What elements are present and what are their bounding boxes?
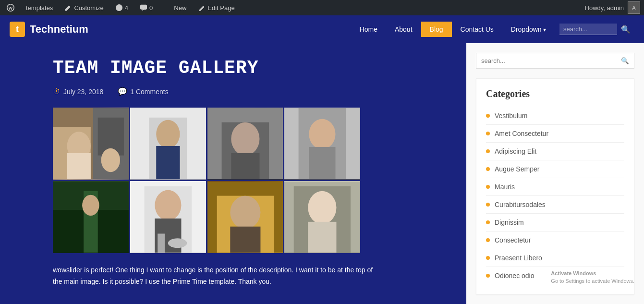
new-link[interactable]: New <box>161 0 189 15</box>
comment-icon: 💬 <box>118 87 127 96</box>
customize-label: Customize <box>74 4 103 12</box>
nav-dropdown[interactable]: Dropdown <box>502 22 555 37</box>
category-label: Consectetur <box>495 236 531 244</box>
comments-link[interactable]: 0 <box>137 0 156 15</box>
gallery-item-7[interactable] <box>207 181 283 253</box>
gallery-item-6[interactable] <box>130 181 206 253</box>
category-dot <box>486 220 490 224</box>
svg-point-35 <box>230 196 260 229</box>
svg-point-21 <box>309 119 336 149</box>
svg-rect-14 <box>156 146 180 179</box>
category-item[interactable]: Consectetur <box>486 231 624 249</box>
category-item[interactable]: Vestibulum <box>486 107 624 125</box>
edit-page-label: Edit Page <box>207 4 234 12</box>
category-item[interactable]: Curabitursodales <box>486 196 624 214</box>
svg-rect-36 <box>230 227 260 253</box>
category-dot <box>486 238 490 242</box>
category-dot <box>486 274 490 278</box>
comments-count: 0 <box>149 4 153 12</box>
category-item[interactable]: Praesent Libero <box>486 249 624 267</box>
categories-title: Categories <box>486 88 624 99</box>
header-search-input[interactable] <box>559 24 617 35</box>
category-item[interactable]: Adipiscing Elit <box>486 143 624 160</box>
gallery-item-1[interactable] <box>53 108 129 180</box>
category-dot <box>486 203 490 207</box>
svg-rect-18 <box>231 153 259 179</box>
post-title: TEAM IMAGE GALLERY <box>53 58 447 78</box>
nav-blog[interactable]: Blog <box>421 22 452 37</box>
gallery-item-8[interactable] <box>284 181 360 253</box>
revisions-link[interactable]: 4 <box>112 0 131 15</box>
svg-text:W: W <box>9 6 13 11</box>
gallery-item-5[interactable] <box>53 181 129 253</box>
site-nav: Home About Blog Contact Us Dropdown 🔍 <box>351 21 634 38</box>
admin-bar: W templates Customize 4 0 New Edit Page … <box>0 0 644 15</box>
customize-link[interactable]: Customize <box>61 0 106 15</box>
category-dot <box>486 149 490 153</box>
category-dot <box>486 114 490 118</box>
site-name: Technetium <box>30 23 88 36</box>
svg-rect-40 <box>308 222 337 253</box>
svg-point-10 <box>101 148 120 172</box>
svg-point-17 <box>231 122 259 156</box>
svg-point-29 <box>155 190 181 220</box>
post-comments: 1 Comments <box>130 88 168 96</box>
new-label: New <box>174 4 186 12</box>
site-logo[interactable]: t Technetium <box>10 22 88 37</box>
nav-contact[interactable]: Contact Us <box>452 22 502 37</box>
clock-icon: ⏱ <box>53 87 61 96</box>
categories-list: Vestibulum Amet Consectetur Adipiscing E… <box>486 107 624 284</box>
post-meta: ⏱ July 23, 2018 💬 1 Comments <box>53 87 447 96</box>
site-header: t Technetium Home About Blog Contact Us … <box>0 15 644 43</box>
category-dot <box>486 185 490 189</box>
gallery-item-3[interactable] <box>207 108 283 180</box>
admin-bar-right: Howdy, admin A <box>585 1 640 14</box>
svg-point-26 <box>82 195 99 216</box>
category-dot <box>486 256 490 260</box>
svg-point-39 <box>308 191 337 224</box>
nav-home[interactable]: Home <box>351 22 386 37</box>
category-dot <box>486 132 490 135</box>
svg-point-32 <box>168 238 187 248</box>
wp-icon-item[interactable]: W <box>4 0 17 15</box>
gallery-item-4[interactable] <box>284 108 360 180</box>
nav-about[interactable]: About <box>386 22 421 37</box>
search-icon[interactable]: 🔍 <box>617 21 634 38</box>
post-date: July 23, 2018 <box>63 88 103 96</box>
svg-rect-22 <box>309 147 336 179</box>
category-item[interactable]: Odionec odio <box>486 267 624 284</box>
categories-section: Categories Vestibulum Amet Consectetur A… <box>476 78 634 294</box>
gallery-item-2[interactable] <box>130 108 206 180</box>
category-item[interactable]: Amet Consectetur <box>486 125 624 143</box>
sidebar-search-button[interactable]: 🔍 <box>616 53 634 68</box>
svg-rect-3 <box>141 5 147 9</box>
templates-link[interactable]: templates <box>23 0 56 15</box>
post-comments-item: 💬 1 Comments <box>118 87 168 96</box>
category-label: Augue Semper <box>495 165 539 173</box>
image-gallery <box>53 108 360 253</box>
svg-rect-7 <box>67 153 91 179</box>
category-dot <box>486 167 490 171</box>
revisions-count: 4 <box>125 4 128 12</box>
templates-label: templates <box>26 4 53 12</box>
sidebar-search-container: 🔍 <box>476 53 634 69</box>
category-item[interactable]: Mauris <box>486 178 624 196</box>
category-label: Dignissim <box>495 219 524 226</box>
category-label: Mauris <box>495 183 515 191</box>
logo-icon: t <box>10 22 25 37</box>
edit-page-link[interactable]: Edit Page <box>195 0 237 15</box>
sidebar-search-input[interactable] <box>476 53 616 68</box>
admin-avatar[interactable]: A <box>628 1 640 14</box>
howdy-text: Howdy, admin <box>585 4 624 12</box>
category-label: Curabitursodales <box>495 201 546 208</box>
category-label: Praesent Libero <box>495 254 542 262</box>
post-date-item: ⏱ July 23, 2018 <box>53 87 103 96</box>
category-label: Odionec odio <box>495 272 535 280</box>
category-item[interactable]: Augue Semper <box>486 160 624 178</box>
category-label: Vestibulum <box>495 112 527 120</box>
category-item[interactable]: Dignissim <box>486 214 624 231</box>
svg-rect-31 <box>158 234 165 253</box>
category-label: Amet Consectetur <box>495 130 548 137</box>
main-layout: TEAM IMAGE GALLERY ⏱ July 23, 2018 💬 1 C… <box>0 43 644 304</box>
content-area: TEAM IMAGE GALLERY ⏱ July 23, 2018 💬 1 C… <box>0 43 466 304</box>
